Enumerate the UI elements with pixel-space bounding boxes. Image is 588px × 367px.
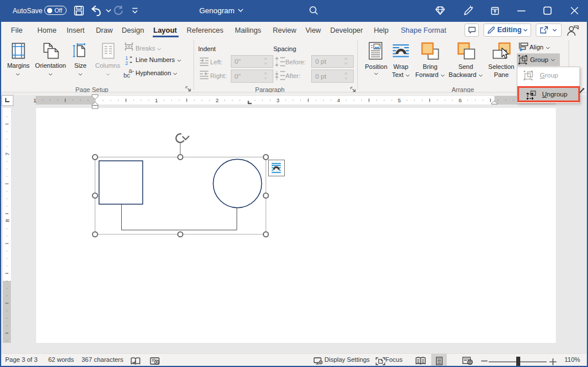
svg-text:a-: a- — [129, 68, 134, 74]
svg-text:6: 6 — [459, 97, 462, 103]
svg-text:2: 2 — [215, 97, 218, 103]
svg-text:3: 3 — [276, 97, 279, 103]
svg-text:4: 4 — [337, 97, 340, 103]
svg-text:1: 1 — [155, 97, 158, 103]
svg-text:2: 2 — [125, 60, 128, 65]
svg-text:8: 8 — [4, 219, 10, 222]
svg-text:1: 1 — [33, 97, 36, 103]
svg-text:7: 7 — [4, 152, 10, 155]
svg-text:5: 5 — [398, 97, 401, 103]
